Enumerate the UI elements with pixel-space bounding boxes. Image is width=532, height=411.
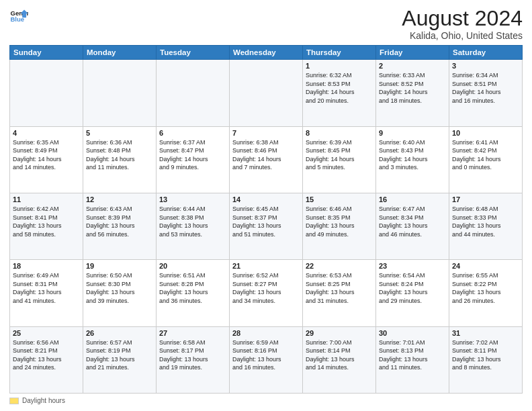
calendar-cell: 17Sunrise: 6:48 AM Sunset: 8:33 PM Dayli… (449, 193, 523, 259)
calendar-cell: 27Sunrise: 6:58 AM Sunset: 8:17 PM Dayli… (157, 326, 230, 393)
header: General Blue August 2024 Kalida, Ohio, U… (9, 7, 523, 41)
day-number: 28 (232, 329, 300, 337)
calendar-week-1: 1Sunrise: 6:32 AM Sunset: 8:53 PM Daylig… (10, 60, 523, 126)
day-info: Sunrise: 6:37 AM Sunset: 8:47 PM Dayligh… (159, 138, 226, 172)
day-number: 16 (379, 195, 446, 203)
calendar-cell: 25Sunrise: 6:56 AM Sunset: 8:21 PM Dayli… (10, 326, 83, 393)
day-number: 14 (232, 195, 300, 203)
day-info: Sunrise: 6:44 AM Sunset: 8:38 PM Dayligh… (159, 205, 226, 238)
day-number: 29 (306, 329, 373, 337)
day-number: 12 (86, 195, 153, 203)
weekday-header-row: SundayMondayTuesdayWednesdayThursdayFrid… (10, 46, 523, 60)
main-title: August 2024 (402, 7, 523, 30)
day-info: Sunrise: 6:39 AM Sunset: 8:45 PM Dayligh… (306, 138, 373, 172)
calendar-cell (83, 60, 157, 126)
calendar-table: SundayMondayTuesdayWednesdayThursdayFrid… (9, 45, 523, 394)
day-number: 27 (159, 329, 226, 337)
calendar-cell: 29Sunrise: 7:00 AM Sunset: 8:14 PM Dayli… (303, 326, 376, 393)
day-info: Sunrise: 6:46 AM Sunset: 8:35 PM Dayligh… (306, 205, 373, 238)
day-info: Sunrise: 6:45 AM Sunset: 8:37 PM Dayligh… (232, 205, 300, 238)
calendar-cell: 10Sunrise: 6:41 AM Sunset: 8:42 PM Dayli… (449, 126, 523, 193)
day-info: Sunrise: 6:56 AM Sunset: 8:21 PM Dayligh… (13, 338, 80, 372)
day-number: 6 (159, 129, 226, 137)
day-info: Sunrise: 6:38 AM Sunset: 8:46 PM Dayligh… (232, 138, 300, 172)
svg-text:Blue: Blue (10, 15, 24, 23)
calendar-cell (157, 60, 230, 126)
calendar-cell: 15Sunrise: 6:46 AM Sunset: 8:35 PM Dayli… (303, 193, 376, 259)
weekday-header-tuesday: Tuesday (157, 46, 230, 60)
day-info: Sunrise: 6:52 AM Sunset: 8:27 PM Dayligh… (232, 271, 300, 305)
day-number: 18 (13, 262, 80, 270)
calendar-cell: 3Sunrise: 6:34 AM Sunset: 8:51 PM Daylig… (449, 60, 523, 126)
weekday-header-wednesday: Wednesday (230, 46, 303, 60)
day-info: Sunrise: 6:35 AM Sunset: 8:49 PM Dayligh… (13, 138, 80, 172)
calendar-cell: 18Sunrise: 6:49 AM Sunset: 8:31 PM Dayli… (10, 260, 83, 326)
daylight-legend: Daylight hours (9, 397, 65, 404)
day-info: Sunrise: 6:54 AM Sunset: 8:24 PM Dayligh… (379, 271, 446, 305)
day-info: Sunrise: 6:57 AM Sunset: 8:19 PM Dayligh… (86, 338, 153, 372)
calendar-cell: 11Sunrise: 6:42 AM Sunset: 8:41 PM Dayli… (10, 193, 83, 259)
day-number: 25 (13, 329, 80, 337)
day-info: Sunrise: 6:47 AM Sunset: 8:34 PM Dayligh… (379, 205, 446, 238)
day-number: 15 (306, 195, 373, 203)
day-info: Sunrise: 6:59 AM Sunset: 8:16 PM Dayligh… (232, 338, 300, 372)
day-number: 9 (379, 129, 446, 137)
day-number: 22 (306, 262, 373, 270)
day-info: Sunrise: 6:40 AM Sunset: 8:43 PM Dayligh… (379, 138, 446, 172)
calendar-cell (10, 60, 83, 126)
day-number: 5 (86, 129, 153, 137)
logo-icon: General Blue (9, 7, 28, 26)
day-info: Sunrise: 6:49 AM Sunset: 8:31 PM Dayligh… (13, 271, 80, 305)
calendar-cell (230, 60, 303, 126)
day-number: 17 (452, 195, 519, 203)
calendar-cell: 5Sunrise: 6:36 AM Sunset: 8:48 PM Daylig… (83, 126, 157, 193)
day-number: 26 (86, 329, 153, 337)
day-info: Sunrise: 6:34 AM Sunset: 8:51 PM Dayligh… (452, 71, 519, 105)
weekday-header-sunday: Sunday (10, 46, 83, 60)
calendar-cell: 6Sunrise: 6:37 AM Sunset: 8:47 PM Daylig… (157, 126, 230, 193)
weekday-header-monday: Monday (83, 46, 157, 60)
day-number: 13 (159, 195, 226, 203)
subtitle: Kalida, Ohio, United States (402, 30, 523, 41)
day-number: 23 (379, 262, 446, 270)
calendar-cell: 26Sunrise: 6:57 AM Sunset: 8:19 PM Dayli… (83, 326, 157, 393)
calendar-cell: 30Sunrise: 7:01 AM Sunset: 8:13 PM Dayli… (376, 326, 449, 393)
calendar-cell: 20Sunrise: 6:51 AM Sunset: 8:28 PM Dayli… (157, 260, 230, 326)
weekday-header-saturday: Saturday (449, 46, 523, 60)
calendar-cell: 2Sunrise: 6:33 AM Sunset: 8:52 PM Daylig… (376, 60, 449, 126)
day-number: 11 (13, 195, 80, 203)
day-number: 3 (452, 62, 519, 70)
day-number: 7 (232, 129, 300, 137)
calendar-cell: 12Sunrise: 6:43 AM Sunset: 8:39 PM Dayli… (83, 193, 157, 259)
day-number: 10 (452, 129, 519, 137)
calendar-cell: 28Sunrise: 6:59 AM Sunset: 8:16 PM Dayli… (230, 326, 303, 393)
calendar-cell: 1Sunrise: 6:32 AM Sunset: 8:53 PM Daylig… (303, 60, 376, 126)
day-info: Sunrise: 6:53 AM Sunset: 8:25 PM Dayligh… (306, 271, 373, 305)
calendar-cell: 21Sunrise: 6:52 AM Sunset: 8:27 PM Dayli… (230, 260, 303, 326)
day-number: 8 (306, 129, 373, 137)
footer: Daylight hours (9, 397, 523, 404)
calendar-cell: 14Sunrise: 6:45 AM Sunset: 8:37 PM Dayli… (230, 193, 303, 259)
day-number: 30 (379, 329, 446, 337)
day-info: Sunrise: 6:51 AM Sunset: 8:28 PM Dayligh… (159, 271, 226, 305)
logo: General Blue (9, 7, 28, 26)
calendar-week-2: 4Sunrise: 6:35 AM Sunset: 8:49 PM Daylig… (10, 126, 523, 193)
day-number: 20 (159, 262, 226, 270)
day-info: Sunrise: 7:00 AM Sunset: 8:14 PM Dayligh… (306, 338, 373, 372)
calendar-cell: 16Sunrise: 6:47 AM Sunset: 8:34 PM Dayli… (376, 193, 449, 259)
day-number: 19 (86, 262, 153, 270)
calendar-cell: 31Sunrise: 7:02 AM Sunset: 8:11 PM Dayli… (449, 326, 523, 393)
day-info: Sunrise: 6:43 AM Sunset: 8:39 PM Dayligh… (86, 205, 153, 238)
calendar-cell: 9Sunrise: 6:40 AM Sunset: 8:43 PM Daylig… (376, 126, 449, 193)
calendar-cell: 23Sunrise: 6:54 AM Sunset: 8:24 PM Dayli… (376, 260, 449, 326)
day-info: Sunrise: 7:01 AM Sunset: 8:13 PM Dayligh… (379, 338, 446, 372)
calendar-cell: 4Sunrise: 6:35 AM Sunset: 8:49 PM Daylig… (10, 126, 83, 193)
calendar-cell: 24Sunrise: 6:55 AM Sunset: 8:22 PM Dayli… (449, 260, 523, 326)
day-number: 2 (379, 62, 446, 70)
day-info: Sunrise: 6:58 AM Sunset: 8:17 PM Dayligh… (159, 338, 226, 372)
page: General Blue August 2024 Kalida, Ohio, U… (0, 0, 532, 411)
calendar-cell: 7Sunrise: 6:38 AM Sunset: 8:46 PM Daylig… (230, 126, 303, 193)
calendar-cell: 22Sunrise: 6:53 AM Sunset: 8:25 PM Dayli… (303, 260, 376, 326)
day-info: Sunrise: 6:36 AM Sunset: 8:48 PM Dayligh… (86, 138, 153, 172)
daylight-label: Daylight hours (22, 397, 65, 404)
